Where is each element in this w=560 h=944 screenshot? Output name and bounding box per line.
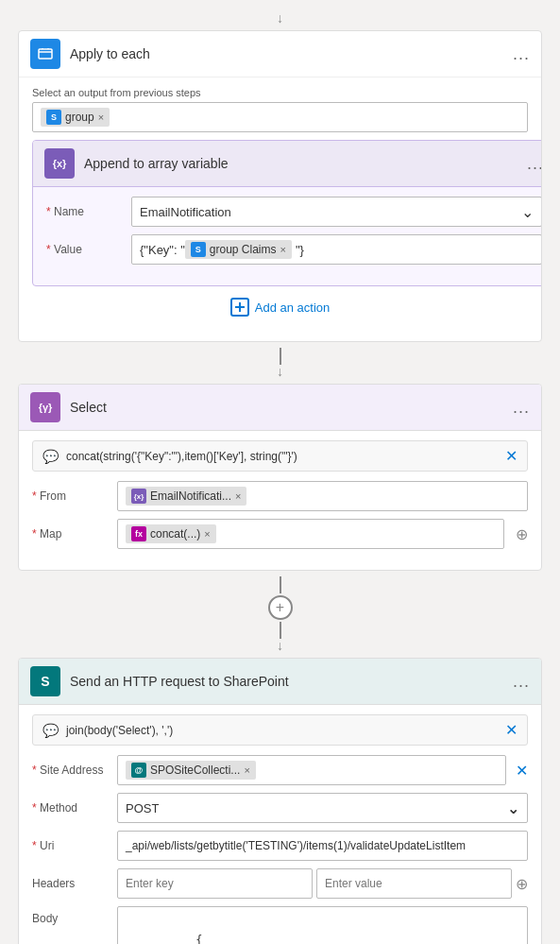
- map-tag-close[interactable]: ×: [204, 528, 210, 540]
- http-formula-close[interactable]: ✕: [505, 721, 518, 739]
- select-header: {γ} Select ...: [19, 385, 541, 431]
- headers-copy-icon[interactable]: ⊕: [516, 875, 528, 893]
- body-row: Body { "formValues":[ { "FieldName": "Em…: [32, 906, 528, 944]
- group-tag-close[interactable]: ×: [98, 112, 104, 123]
- http-sharepoint-icon: S: [30, 666, 60, 696]
- map-label: Map: [32, 527, 117, 541]
- apply-each-title: Apply to each: [70, 46, 513, 61]
- group-tag: S group ×: [41, 108, 110, 127]
- from-tag-icon: {x}: [131, 489, 146, 504]
- http-header: S Send an HTTP request to SharePoint ...: [19, 659, 541, 705]
- headers-label: Headers: [32, 877, 117, 890]
- from-label: From: [32, 489, 117, 503]
- select-formula-bar: 💬 concat(string('{"Key":"'),item()['Key'…: [32, 440, 528, 472]
- apply-each-header: Apply to each ...: [19, 31, 541, 77]
- from-tag: {x} EmailNotificati... ×: [126, 487, 246, 506]
- apply-each-menu[interactable]: ...: [513, 44, 530, 64]
- site-tag-close[interactable]: ×: [244, 764, 249, 776]
- map-input[interactable]: fx concat(...) ×: [117, 519, 504, 549]
- plus-circle[interactable]: +: [268, 595, 293, 620]
- from-tag-text: EmailNotificati...: [150, 489, 231, 503]
- http-sharepoint-card: S Send an HTTP request to SharePoint ...…: [18, 658, 542, 944]
- site-tag-text: SPOSiteCollecti...: [150, 764, 240, 777]
- apply-each-icon: [30, 39, 60, 69]
- uri-input[interactable]: _api/web/lists/getbytitle('TESTING')/ite…: [117, 831, 528, 861]
- arrow-1: ↓: [277, 348, 283, 378]
- value-label: Value: [46, 243, 131, 256]
- http-sharepoint-title: Send an HTTP request to SharePoint: [70, 674, 513, 689]
- apply-each-body: Select an output from previous steps S g…: [19, 77, 541, 341]
- select-output-label: Select an output from previous steps: [32, 87, 528, 98]
- from-row: From {x} EmailNotificati... ×: [32, 481, 528, 511]
- header-value-input[interactable]: [316, 868, 512, 899]
- header-key-input[interactable]: [117, 868, 313, 899]
- name-input[interactable]: EmailNotification: [131, 197, 542, 227]
- value-prefix: {"Key": ": [140, 243, 185, 257]
- arrow-2: + ↓: [268, 576, 293, 652]
- method-row: Method POST ⌄: [32, 793, 528, 823]
- value-input[interactable]: {"Key": " S group Claims × "}: [131, 234, 542, 265]
- append-array-icon: {x}: [44, 148, 75, 179]
- method-label: Method: [32, 801, 117, 815]
- select-body: 💬 concat(string('{"Key":"'),item()['Key'…: [19, 431, 541, 570]
- add-action-label: Add an action: [255, 300, 331, 315]
- http-formula-comment-icon: 💬: [42, 723, 59, 738]
- add-action-button[interactable]: Add an action: [32, 286, 528, 328]
- http-formula-bar: 💬 join(body('Select'), ',') ✕: [32, 714, 528, 746]
- http-sharepoint-menu[interactable]: ...: [513, 672, 530, 692]
- append-array-card: {x} Append to array variable ... Name Em…: [32, 140, 542, 286]
- append-array-header: {x} Append to array variable ...: [33, 141, 542, 187]
- site-row: Site Address @ SPOSiteCollecti... × ✕: [32, 755, 528, 785]
- http-body: 💬 join(body('Select'), ',') ✕ Site Addre…: [19, 705, 541, 944]
- site-tag: @ SPOSiteCollecti... ×: [126, 761, 256, 780]
- select-card: {γ} Select ... 💬 concat(string('{"Key":"…: [18, 384, 542, 571]
- from-input[interactable]: {x} EmailNotificati... ×: [117, 481, 528, 511]
- select-output-input[interactable]: S group ×: [32, 102, 528, 132]
- append-array-body: Name EmailNotification Value {"Key": " S…: [33, 187, 542, 285]
- copy-icon[interactable]: ⊕: [516, 525, 528, 543]
- append-array-menu[interactable]: ...: [527, 154, 542, 174]
- body-editor[interactable]: { "formValues":[ { "FieldName": "EmailNo…: [117, 906, 528, 944]
- method-select[interactable]: POST ⌄: [117, 793, 528, 823]
- headers-row: Headers ⊕: [32, 868, 528, 899]
- http-formula-text: join(body('Select'), ','): [66, 724, 173, 737]
- append-array-title: Append to array variable: [84, 156, 527, 171]
- select-output-row: Select an output from previous steps S g…: [32, 87, 528, 132]
- uri-label: Uri: [32, 839, 117, 852]
- body-line1: {: [195, 934, 202, 944]
- value-row: Value {"Key": " S group Claims × "}: [46, 234, 542, 265]
- group-tag-text: group: [65, 111, 94, 124]
- name-value: EmailNotification: [140, 205, 231, 219]
- select-icon: {γ}: [30, 392, 60, 422]
- uri-value: _api/web/lists/getbytitle('TESTING')/ite…: [126, 839, 466, 852]
- top-arrow: ↓: [277, 11, 283, 25]
- from-tag-close[interactable]: ×: [235, 490, 241, 502]
- site-clear-icon[interactable]: ✕: [516, 762, 528, 780]
- flow-container: ↓ Apply to each ... Select an output fro…: [0, 0, 560, 944]
- svg-rect-0: [39, 49, 52, 59]
- map-tag-icon: fx: [131, 526, 146, 541]
- select-menu[interactable]: ...: [513, 398, 530, 418]
- select-title: Select: [70, 400, 513, 415]
- uri-row: Uri _api/web/lists/getbytitle('TESTING')…: [32, 831, 528, 861]
- site-label: Site Address: [32, 764, 117, 777]
- body-label: Body: [32, 912, 117, 925]
- claims-tag: S group Claims ×: [185, 240, 292, 259]
- map-tag: fx concat(...) ×: [126, 524, 216, 543]
- site-input[interactable]: @ SPOSiteCollecti... ×: [117, 755, 506, 785]
- claims-tag-close[interactable]: ×: [280, 244, 286, 255]
- map-row: Map fx concat(...) × ⊕: [32, 519, 528, 549]
- formula-comment-icon: 💬: [42, 449, 59, 464]
- map-tag-text: concat(...): [150, 527, 200, 541]
- select-formula-text: concat(string('{"Key":"'),item()['Key'],…: [66, 450, 297, 463]
- name-row: Name EmailNotification: [46, 197, 542, 227]
- select-formula-close[interactable]: ✕: [505, 447, 518, 465]
- group-tag-icon: S: [46, 110, 61, 125]
- add-action-icon: [230, 298, 249, 317]
- name-label: Name: [46, 205, 131, 218]
- claims-tag-icon: S: [191, 242, 206, 257]
- claims-tag-text: group Claims: [210, 243, 277, 256]
- apply-each-card: Apply to each ... Select an output from …: [18, 30, 542, 342]
- value-suffix: "}: [296, 243, 304, 257]
- site-tag-icon: @: [131, 763, 146, 778]
